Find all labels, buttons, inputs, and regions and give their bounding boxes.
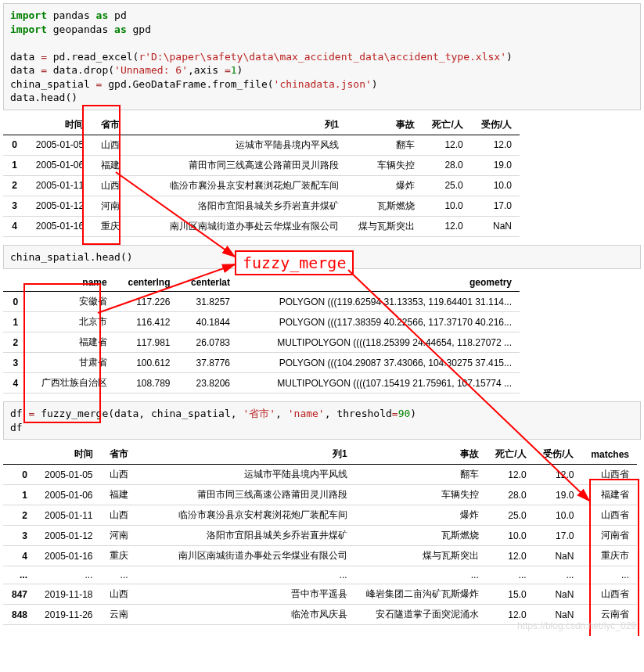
dataframe-1: 时间 省市 列1 事故 死亡/人 受伤/人 02005-01-05山西运城市平陆…	[3, 115, 520, 237]
col-lie1: 列1	[128, 115, 347, 135]
col-name: name	[26, 274, 115, 292]
col-injury: 受伤/人	[471, 115, 520, 135]
col-accident: 事故	[347, 115, 422, 135]
table-row: 32005-01-12河南洛阳市宜阳县城关乡乔岩直井煤矿瓦斯燃烧10.017.0	[3, 196, 520, 216]
table-row: 1北京市116.41240.1844POLYGON (((117.38359 4…	[3, 312, 520, 332]
table-row: 32005-01-12河南洛阳市宜阳县城关乡乔岩直井煤矿瓦斯燃烧10.017.0…	[3, 526, 637, 546]
table-row: 12005-01-06福建莆田市同三线高速公路莆田灵川路段车辆失控28.019.…	[3, 485, 637, 505]
code-cell-2: china_spatial.head()	[3, 245, 641, 270]
dataframe-3: 时间 省市 列1 事故 死亡/人 受伤/人 matches 02005-01-0…	[3, 444, 637, 625]
table-row: 02005-01-05山西运城市平陆县境内平风线翻车12.012.0	[3, 135, 520, 155]
table-row: 12005-01-06福建莆田市同三线高速公路莆田灵川路段车辆失控28.019.…	[3, 155, 520, 175]
table-row: 8482019-11-26云南临沧市凤庆县安石隧道掌子面突泥涌水12.0NaN云…	[3, 605, 637, 625]
table-row: 22005-01-11山西临汾市襄汾县京安村襄浏花炮厂装配车间爆炸25.010.…	[3, 505, 637, 526]
table-row: 0安徽省117.22631.8257POLYGON (((119.62594 3…	[3, 292, 520, 312]
col-death: 死亡/人	[423, 115, 471, 135]
table-row: 02005-01-05山西运城市平陆县境内平风线翻车12.012.0山西省	[3, 465, 637, 485]
table-row: 4广西壮族自治区108.78923.8206MULTIPOLYGON ((((1…	[3, 373, 520, 393]
dataframe-2: name centerlng centerlat geometry 0安徽省11…	[3, 274, 520, 393]
code-cell-3: df = fuzzy_merge(data, china_spatial, '省…	[3, 401, 641, 440]
col-province: 省市	[92, 115, 128, 135]
col-geom: geometry	[238, 274, 520, 292]
idx-header	[3, 115, 25, 135]
code-cell-1: import pandas as pd import geopandas as …	[3, 3, 641, 110]
col-time: 时间	[25, 115, 92, 135]
table-row: ........................	[3, 566, 637, 584]
table-row: 22005-01-11山西临汾市襄汾县京安村襄浏花炮厂装配车间爆炸25.010.…	[3, 175, 520, 196]
table-row: 42005-01-16重庆南川区南城街道办事处云华煤业有限公司煤与瓦斯突出12.…	[3, 546, 637, 566]
col-lng: centerlng	[115, 274, 178, 292]
table-row: 8472019-11-18山西晋中市平遥县峰岩集团二亩沟矿瓦斯爆炸15.0NaN…	[3, 584, 637, 605]
col-matches: matches	[581, 444, 637, 465]
kw-import: import	[10, 9, 47, 21]
col-lat: centerlat	[178, 274, 238, 292]
table-row: 42005-01-16重庆南川区南城街道办事处云华煤业有限公司煤与瓦斯突出12.…	[3, 216, 520, 236]
table-row: 3甘肃省100.61237.8776POLYGON (((104.29087 3…	[3, 353, 520, 373]
table-row: 2福建省117.98126.0783MULTIPOLYGON ((((118.2…	[3, 332, 520, 353]
